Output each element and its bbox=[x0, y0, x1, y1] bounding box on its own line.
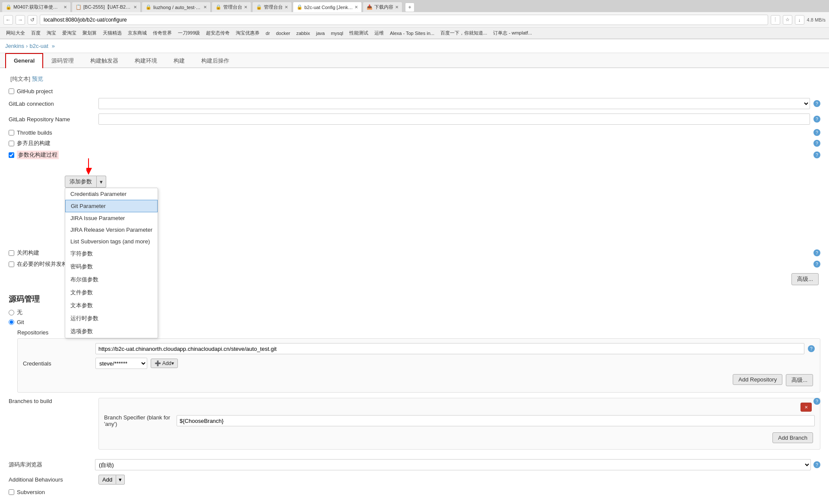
dropdown-git-parameter[interactable]: Git Parameter bbox=[65, 200, 158, 212]
tab-close-4[interactable]: ✕ bbox=[244, 5, 247, 9]
add-behaviour-dropdown-arrow[interactable]: ▾ bbox=[116, 475, 125, 485]
tab-build[interactable]: 构建 bbox=[165, 53, 193, 68]
bookmark-wangzhan[interactable]: 网站大全 bbox=[3, 29, 28, 37]
download-icon[interactable]: ↓ bbox=[795, 15, 804, 25]
browser-tab-3[interactable]: 🔒 liuzhong / auto_test·s... ✕ bbox=[142, 2, 211, 12]
dropdown-choice[interactable]: 选项参数 bbox=[65, 325, 158, 338]
gitlab-repo-name-info-icon[interactable]: ? bbox=[813, 116, 820, 123]
build-when-needed-checkbox[interactable] bbox=[9, 261, 14, 267]
tab-close-7[interactable]: ✕ bbox=[395, 5, 399, 9]
nav-forward-button[interactable]: → bbox=[16, 15, 25, 25]
browser-tab-4[interactable]: 🔒 管理台台 ✕ bbox=[212, 2, 251, 12]
dropdown-jira-release[interactable]: JIRA Release Version Parameter bbox=[65, 224, 158, 236]
source-browser-select[interactable]: (自动) bbox=[95, 459, 811, 470]
parameterized-build-checkbox[interactable] bbox=[9, 152, 14, 158]
bookmark-orders[interactable]: 订单志 - wmplatf... bbox=[490, 29, 535, 37]
tab-close-1[interactable]: ✕ bbox=[63, 5, 67, 9]
add-repository-button[interactable]: Add Repository bbox=[733, 374, 782, 385]
gitlab-repo-name-input[interactable] bbox=[98, 113, 810, 125]
breadcrumb-jenkins[interactable]: Jenkins bbox=[5, 43, 24, 49]
dropdown-runtime[interactable]: 运行时参数 bbox=[65, 312, 158, 325]
concurrent-builds-checkbox[interactable] bbox=[9, 141, 14, 146]
add-params-button[interactable]: 添加参数 bbox=[65, 176, 97, 188]
dropdown-file[interactable]: 文件参数 bbox=[65, 286, 158, 299]
add-behaviour-button[interactable]: Add bbox=[98, 475, 116, 485]
bookmark-yidao[interactable]: 一刀999级 bbox=[175, 29, 203, 37]
preview-link[interactable]: 预览 bbox=[32, 76, 43, 82]
bookmark-dr[interactable]: dr bbox=[263, 30, 272, 36]
tab-close-2[interactable]: ✕ bbox=[133, 5, 137, 9]
nav-refresh-button[interactable]: ↺ bbox=[28, 15, 37, 25]
bookmark-mysql[interactable]: mysql bbox=[328, 30, 346, 36]
dropdown-list-subversion[interactable]: List Subversion tags (and more) bbox=[65, 236, 158, 247]
subversion-checkbox[interactable] bbox=[9, 489, 14, 495]
dropdown-boolean[interactable]: 布尔值参数 bbox=[65, 273, 158, 286]
browser-tab-1[interactable]: 🔒 M0407:获取订单使用的... ✕ bbox=[2, 2, 71, 12]
new-tab-button[interactable]: + bbox=[405, 3, 414, 12]
tab-build-trigger[interactable]: 构建触发器 bbox=[82, 53, 127, 68]
add-credential-button[interactable]: ➕ Add▾ bbox=[151, 359, 178, 368]
bookmark-zabbix[interactable]: zabbix bbox=[294, 30, 313, 36]
extensions-button[interactable]: ⋮ bbox=[771, 15, 780, 25]
branches-info-icon[interactable]: ? bbox=[813, 398, 820, 405]
source-browser-info-icon[interactable]: ? bbox=[813, 461, 820, 468]
bookmark-alexa[interactable]: Alexa - Top Sites in... bbox=[387, 30, 437, 36]
bookmark-java[interactable]: java bbox=[313, 30, 327, 36]
tab-post-build[interactable]: 构建后操作 bbox=[193, 53, 237, 68]
bookmark-taobao-coupon[interactable]: 淘宝优惠券 bbox=[233, 29, 262, 37]
bookmark-jd[interactable]: 京东商城 bbox=[125, 29, 149, 37]
tab-close-6[interactable]: ✕ bbox=[354, 5, 358, 9]
bookmark-docker[interactable]: docker bbox=[273, 30, 293, 36]
dropdown-password[interactable]: 密码参数 bbox=[65, 260, 158, 273]
bookmark-tianmao[interactable]: 天猫精选 bbox=[100, 29, 124, 37]
advanced-button[interactable]: 高级... bbox=[791, 273, 819, 285]
bookmark-perf[interactable]: 性能测试 bbox=[347, 29, 371, 37]
branch-specifier-input[interactable] bbox=[177, 415, 815, 426]
add-branch-button[interactable]: Add Branch bbox=[772, 432, 813, 443]
throttle-builds-info-icon[interactable]: ? bbox=[813, 129, 820, 136]
radio-git[interactable] bbox=[9, 319, 14, 325]
bookmark-chuanqi[interactable]: 传奇世界 bbox=[150, 29, 174, 37]
tab-close-3[interactable]: ✕ bbox=[203, 5, 207, 9]
dropdown-text[interactable]: 文本参数 bbox=[65, 299, 158, 312]
delete-branch-button[interactable]: × bbox=[801, 403, 812, 412]
close-build-info-icon[interactable]: ? bbox=[813, 249, 820, 256]
bookmark-yunwei[interactable]: 运维 bbox=[372, 29, 386, 37]
tab-source[interactable]: 源码管理 bbox=[43, 53, 82, 68]
nav-back-button[interactable]: ← bbox=[3, 15, 13, 25]
browser-tab-2[interactable]: 📋 [BC-2555]【UAT-B2C... ✕ bbox=[72, 2, 141, 12]
bookmark-juhuasuan[interactable]: 聚划算 bbox=[80, 29, 99, 37]
bookmark-baidu2[interactable]: 百度一下，你就知道... bbox=[438, 29, 490, 37]
bookmark-aitaobao[interactable]: 爱淘宝 bbox=[60, 29, 79, 37]
repo-url-input[interactable] bbox=[95, 343, 804, 354]
tab-general[interactable]: General bbox=[5, 53, 43, 68]
browser-tab-6[interactable]: 🔒 b2c-uat Config [Jenkins... ✕ bbox=[293, 2, 362, 12]
parameterized-build-info-icon[interactable]: ? bbox=[813, 151, 820, 158]
breadcrumb-b2c-uat[interactable]: b2c-uat bbox=[29, 43, 48, 49]
bookmark-chaoan[interactable]: 超安态传奇 bbox=[203, 29, 232, 37]
repo-advanced-button[interactable]: 高级... bbox=[786, 374, 813, 386]
bookmark-baidu[interactable]: 百度 bbox=[28, 29, 43, 37]
tab-build-env[interactable]: 构建环境 bbox=[127, 53, 165, 68]
radio-none[interactable] bbox=[9, 310, 14, 315]
credentials-select[interactable]: steve/****** bbox=[95, 358, 147, 369]
repo-url-info-icon[interactable]: ? bbox=[808, 345, 815, 352]
browser-tab-5[interactable]: 🔒 管理台台 ✕ bbox=[252, 2, 292, 12]
bookmark-button[interactable]: ☆ bbox=[783, 15, 792, 25]
dropdown-string[interactable]: 字符参数 bbox=[65, 247, 158, 260]
concurrent-builds-info-icon[interactable]: ? bbox=[813, 140, 820, 147]
github-project-checkbox[interactable] bbox=[9, 88, 14, 94]
add-params-dropdown-arrow[interactable]: ▾ bbox=[97, 176, 106, 188]
browser-tab-7[interactable]: 📥 下载内容 ✕ bbox=[363, 2, 402, 12]
build-when-needed-info-icon[interactable]: ? bbox=[813, 261, 820, 268]
dropdown-credentials[interactable]: Credentials Parameter bbox=[65, 188, 158, 200]
close-build-checkbox[interactable] bbox=[9, 250, 14, 256]
tab-close-5[interactable]: ✕ bbox=[285, 5, 288, 9]
throttle-builds-checkbox[interactable] bbox=[9, 130, 14, 135]
browser-tabs: 🔒 M0407:获取订单使用的... ✕ 📋 [BC-2555]【UAT-B2C… bbox=[0, 0, 829, 12]
gitlab-connection-info-icon[interactable]: ? bbox=[813, 100, 820, 107]
bookmark-taobao[interactable]: 淘宝 bbox=[44, 29, 59, 37]
dropdown-jira-issue[interactable]: JIRA Issue Parameter bbox=[65, 212, 158, 224]
url-bar[interactable] bbox=[40, 15, 768, 25]
gitlab-connection-select[interactable] bbox=[98, 98, 810, 109]
